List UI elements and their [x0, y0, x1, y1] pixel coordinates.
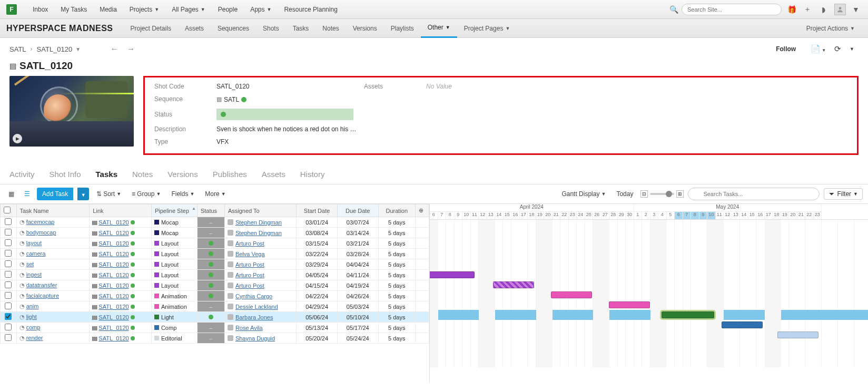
gantt-bar[interactable]	[722, 321, 763, 328]
col-link[interactable]: Link	[90, 204, 152, 217]
assignee-link[interactable]: Stephen Dingman	[228, 230, 293, 236]
value-description[interactable]: Sven is shock when he notices a red dot …	[216, 125, 847, 133]
row-checkbox[interactable]	[5, 250, 12, 257]
zoom-in-icon[interactable]: ⊞	[676, 190, 684, 198]
assignee-link[interactable]: Barbara Jones	[228, 314, 293, 320]
projnav-shots[interactable]: Shots	[256, 19, 286, 38]
task-name-link[interactable]: light	[26, 314, 37, 320]
task-name-link[interactable]: facemocap	[26, 219, 55, 225]
task-link[interactable]: SATL_0120	[98, 304, 129, 310]
projnav-notes[interactable]: Notes	[315, 19, 346, 38]
nav-next-icon[interactable]: →	[127, 44, 135, 53]
projnav-versions[interactable]: Versions	[346, 19, 384, 38]
task-name-link[interactable]: render	[26, 335, 43, 341]
gantt-bar[interactable]	[777, 331, 818, 338]
value-sequence[interactable]: ▥SATL	[216, 95, 364, 103]
col-assigned-to[interactable]: Assigned To	[224, 204, 296, 217]
gantt-bar[interactable]	[551, 291, 592, 298]
assignee-link[interactable]: Dessie Lackland	[228, 304, 293, 310]
row-checkbox[interactable]	[5, 260, 12, 267]
file-icon[interactable]: 📄▼	[811, 44, 826, 54]
more-caret[interactable]: ▼	[850, 46, 854, 52]
app-logo[interactable]: F	[6, 4, 17, 15]
refresh-icon[interactable]: ⟳	[834, 44, 841, 54]
assignee-link[interactable]: Arturo Post	[228, 282, 293, 289]
table-row[interactable]: ◔ animSATL_0120 Animation–Dessie Lacklan…	[1, 301, 429, 312]
table-row[interactable]: ◔ compSATL_0120 Comp–Rose Avila05/13/240…	[1, 323, 429, 333]
row-checkbox[interactable]	[5, 271, 12, 278]
sort-menu[interactable]: ⇅ Sort ▼	[93, 190, 124, 198]
select-all-checkbox[interactable]	[1, 204, 17, 217]
projnav-sequences[interactable]: Sequences	[211, 19, 256, 38]
task-link[interactable]: SATL_0120	[98, 325, 129, 331]
task-link[interactable]: SATL_0120	[98, 251, 129, 257]
row-checkbox[interactable]	[5, 239, 12, 246]
table-row[interactable]: ◔ renderSATL_0120 Editorial–Shayna Dugui…	[1, 333, 429, 344]
task-link[interactable]: SATL_0120	[98, 219, 129, 226]
topnav-media[interactable]: Media	[93, 6, 123, 13]
tab-history[interactable]: History	[300, 165, 325, 184]
assignee-link[interactable]: Rose Avila	[228, 325, 293, 331]
projnav-project-details[interactable]: Project Details	[124, 19, 178, 38]
topnav-inbox[interactable]: Inbox	[26, 6, 54, 13]
filter-button[interactable]: ⏷Filter▼	[824, 188, 863, 200]
projnav-tasks[interactable]: Tasks	[286, 19, 316, 38]
more-menu[interactable]: More ▼	[202, 190, 229, 198]
topnav-people[interactable]: People	[212, 6, 244, 13]
projnav-other[interactable]: Other ▼	[421, 19, 457, 38]
col-task-name[interactable]: Task Name	[16, 204, 90, 217]
tasks-search-input[interactable]	[688, 188, 820, 200]
value-shot-code[interactable]: SATL_0120	[216, 83, 364, 90]
list-view-icon[interactable]: ☰	[21, 188, 33, 200]
task-link[interactable]: SATL_0120	[98, 272, 129, 278]
group-menu[interactable]: ≡ Group ▼	[129, 190, 164, 198]
task-link[interactable]: SATL_0120	[98, 261, 129, 268]
row-checkbox[interactable]	[5, 229, 12, 236]
zoom-out-icon[interactable]: ⊟	[640, 190, 648, 198]
today-button[interactable]: Today	[613, 190, 636, 198]
tab-shot-info[interactable]: Shot Info	[50, 165, 81, 184]
task-name-link[interactable]: layout	[26, 240, 42, 246]
user-avatar[interactable]	[834, 4, 846, 15]
follow-button[interactable]: Follow	[776, 45, 796, 53]
row-checkbox[interactable]	[5, 303, 12, 309]
table-row[interactable]: ◔ datatransferSATL_0120 LayoutArturo Pos…	[1, 280, 429, 291]
assignee-link[interactable]: Shayna Duguid	[228, 335, 293, 342]
gantt-display-menu[interactable]: Gantt Display ▼	[558, 190, 609, 198]
site-search-input[interactable]	[682, 4, 782, 15]
shot-thumbnail[interactable]: ▶	[9, 76, 134, 147]
tab-publishes[interactable]: Publishes	[213, 165, 247, 184]
projnav-assets[interactable]: Assets	[178, 19, 211, 38]
search-icon[interactable]: 🔍	[669, 5, 678, 14]
projnav-playlists[interactable]: Playlists	[384, 19, 421, 38]
value-status[interactable]	[216, 109, 364, 120]
assignee-link[interactable]: Arturo Post	[228, 240, 293, 247]
value-type[interactable]: VFX	[216, 138, 364, 145]
breadcrumb-sequence[interactable]: SATL	[9, 45, 26, 53]
topnav-apps[interactable]: Apps ▼	[244, 6, 278, 13]
row-checkbox[interactable]	[5, 334, 12, 341]
task-name-link[interactable]: datatransfer	[26, 282, 57, 288]
table-row[interactable]: ◔ lightSATL_0120 LightBarbara Jones05/06…	[1, 312, 429, 323]
col-status[interactable]: Status	[197, 204, 224, 217]
value-assets[interactable]: No Value	[426, 83, 847, 90]
row-checkbox[interactable]	[5, 281, 12, 288]
row-checkbox[interactable]	[5, 292, 12, 299]
fields-menu[interactable]: Fields ▼	[168, 190, 198, 198]
task-link[interactable]: SATL_0120	[98, 293, 129, 299]
task-name-link[interactable]: facialcapture	[26, 292, 59, 299]
row-checkbox[interactable]	[5, 313, 12, 320]
task-link[interactable]: SATL_0120	[98, 230, 129, 236]
task-link[interactable]: SATL_0120	[98, 240, 129, 247]
table-row[interactable]: ◔ setSATL_0120 LayoutArturo Post03/29/24…	[1, 259, 429, 270]
gantt-bar[interactable]	[609, 301, 650, 308]
tab-versions[interactable]: Versions	[167, 165, 198, 184]
gantt-chart[interactable]: ⋮⋮ April 2024May 2024 678910111213141516…	[430, 204, 868, 383]
breadcrumb-shot[interactable]: SATL_0120	[37, 45, 73, 53]
task-name-link[interactable]: set	[26, 261, 34, 267]
tab-tasks[interactable]: Tasks	[96, 165, 117, 184]
task-name-link[interactable]: camera	[26, 250, 46, 257]
topnav-my-tasks[interactable]: My Tasks	[54, 6, 93, 13]
grid-view-icon[interactable]: ▦	[5, 188, 17, 200]
breadcrumb-caret[interactable]: ▼	[75, 46, 81, 52]
